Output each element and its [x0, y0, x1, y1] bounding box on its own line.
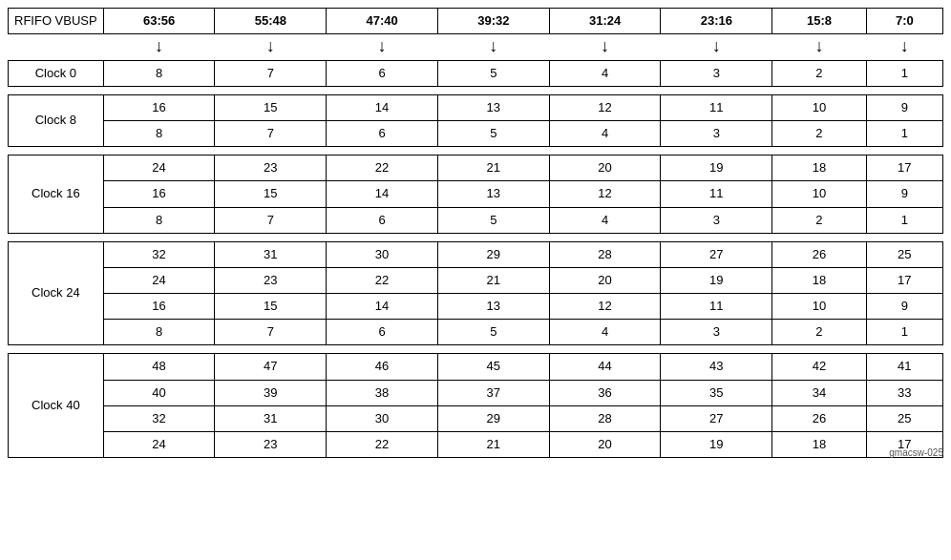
cell-2-1-4: 12: [549, 181, 661, 207]
cell-2-0-1: 23: [215, 156, 327, 181]
cell-2-2-3: 5: [437, 207, 549, 233]
cell-4-0-7: 41: [866, 354, 942, 380]
cell-2-1-7: 9: [866, 181, 942, 207]
cell-4-3-2: 22: [327, 432, 438, 458]
cell-1-0-6: 10: [772, 94, 867, 120]
watermark: gmacsw-025: [889, 447, 943, 458]
arrow-7: ↓: [900, 36, 909, 55]
arrow-1: ↓: [266, 36, 275, 55]
cell-2-2-0: 8: [103, 207, 215, 233]
cell-3-3-6: 2: [772, 320, 867, 345]
cell-4-2-3: 29: [437, 405, 549, 431]
cell-4-3-5: 19: [661, 432, 772, 458]
cell-4-2-4: 28: [549, 405, 661, 431]
clock-row-3-0: Clock 243231302928272625: [9, 241, 943, 267]
cell-2-0-2: 22: [327, 156, 438, 181]
clock-row-2-0: Clock 162423222120191817: [9, 156, 943, 181]
cell-3-2-3: 13: [437, 294, 549, 320]
cell-1-0-2: 14: [327, 94, 438, 120]
cell-3-0-7: 25: [866, 241, 942, 267]
cell-2-2-5: 3: [661, 207, 772, 233]
cell-4-3-4: 20: [549, 432, 661, 458]
cell-4-0-2: 46: [327, 354, 438, 380]
cell-3-2-2: 14: [327, 294, 438, 320]
cell-1-1-5: 3: [661, 120, 772, 146]
cell-2-2-1: 7: [215, 207, 327, 233]
cell-2-0-3: 21: [437, 156, 549, 181]
timing-table: RFIFO VBUSP 63:56 55:48 47:40 39:32 31:2…: [8, 8, 943, 458]
clock-row-4-1: 4039383736353433: [9, 380, 943, 405]
cell-3-0-3: 29: [437, 241, 549, 267]
clock-row-1-0: Clock 8161514131211109: [9, 94, 943, 120]
clock-label-0: Clock 0: [9, 60, 104, 86]
cell-3-2-0: 16: [103, 294, 215, 320]
cell-3-3-0: 8: [103, 320, 215, 345]
cell-4-3-1: 23: [215, 432, 327, 458]
clock-row-4-3: 2423222120191817: [9, 432, 943, 458]
cell-2-2-7: 1: [866, 207, 942, 233]
cell-1-0-1: 15: [215, 94, 327, 120]
cell-4-0-6: 42: [772, 354, 867, 380]
cell-4-1-5: 35: [661, 380, 772, 405]
diagram-container: RFIFO VBUSP 63:56 55:48 47:40 39:32 31:2…: [8, 8, 943, 458]
cell-3-0-5: 27: [661, 241, 772, 267]
cell-3-1-6: 18: [772, 267, 867, 293]
cell-4-0-1: 47: [215, 354, 327, 380]
cell-3-1-4: 20: [549, 267, 661, 293]
cell-2-1-3: 13: [437, 181, 549, 207]
cell-3-2-4: 12: [549, 294, 661, 320]
clock-row-4-0: Clock 404847464544434241: [9, 354, 943, 380]
rfifo-label: RFIFO VBUSP: [9, 9, 104, 34]
cell-1-0-7: 9: [866, 94, 942, 120]
cell-4-3-0: 24: [103, 432, 215, 458]
clock-row-2-2: 87654321: [9, 207, 943, 233]
clock-label-4: Clock 40: [9, 354, 104, 458]
cell-3-1-1: 23: [215, 267, 327, 293]
cell-3-0-2: 30: [327, 241, 438, 267]
cell-2-2-4: 4: [549, 207, 661, 233]
cell-4-1-2: 38: [327, 380, 438, 405]
cell-1-1-6: 2: [772, 120, 867, 146]
col-header-3: 39:32: [437, 9, 549, 34]
col-header-1: 55:48: [215, 9, 327, 34]
cell-3-1-7: 17: [866, 267, 942, 293]
cell-1-0-0: 16: [103, 94, 215, 120]
cell-4-2-2: 30: [327, 405, 438, 431]
cell-4-0-5: 43: [661, 354, 772, 380]
cell-2-1-0: 16: [103, 181, 215, 207]
table-body: ↓ ↓ ↓ ↓ ↓ ↓ ↓ ↓ Clock 087654321Clock 816…: [9, 34, 943, 458]
cell-3-1-5: 19: [661, 267, 772, 293]
cell-3-3-2: 6: [327, 320, 438, 345]
arrow-4: ↓: [601, 36, 609, 55]
clock-row-3-2: 161514131211109: [9, 294, 943, 320]
cell-1-1-0: 8: [103, 120, 215, 146]
cell-3-2-5: 11: [661, 294, 772, 320]
clock-row-0-0: Clock 087654321: [9, 60, 943, 86]
cell-4-0-4: 44: [549, 354, 661, 380]
cell-3-1-3: 21: [437, 267, 549, 293]
spacer-3: [9, 345, 943, 354]
cell-2-0-4: 20: [549, 156, 661, 181]
header-row: RFIFO VBUSP 63:56 55:48 47:40 39:32 31:2…: [9, 9, 943, 34]
col-header-2: 47:40: [327, 9, 438, 34]
clock-row-1-1: 87654321: [9, 120, 943, 146]
col-header-5: 23:16: [661, 9, 772, 34]
cell-3-0-0: 32: [103, 241, 215, 267]
clock-row-4-2: 3231302928272625: [9, 405, 943, 431]
cell-0-0-7: 1: [866, 60, 942, 86]
cell-4-1-0: 40: [103, 380, 215, 405]
cell-1-1-1: 7: [215, 120, 327, 146]
spacer-2: [9, 233, 943, 241]
cell-2-2-6: 2: [772, 207, 867, 233]
cell-3-1-2: 22: [327, 267, 438, 293]
cell-2-0-0: 24: [103, 156, 215, 181]
clock-row-3-1: 2423222120191817: [9, 267, 943, 293]
cell-0-0-2: 6: [327, 60, 438, 86]
cell-1-1-7: 1: [866, 120, 942, 146]
cell-4-1-3: 37: [437, 380, 549, 405]
cell-1-1-2: 6: [327, 120, 438, 146]
cell-1-0-4: 12: [549, 94, 661, 120]
cell-4-2-6: 26: [772, 405, 867, 431]
clock-row-3-3: 87654321: [9, 320, 943, 345]
cell-3-3-3: 5: [437, 320, 549, 345]
